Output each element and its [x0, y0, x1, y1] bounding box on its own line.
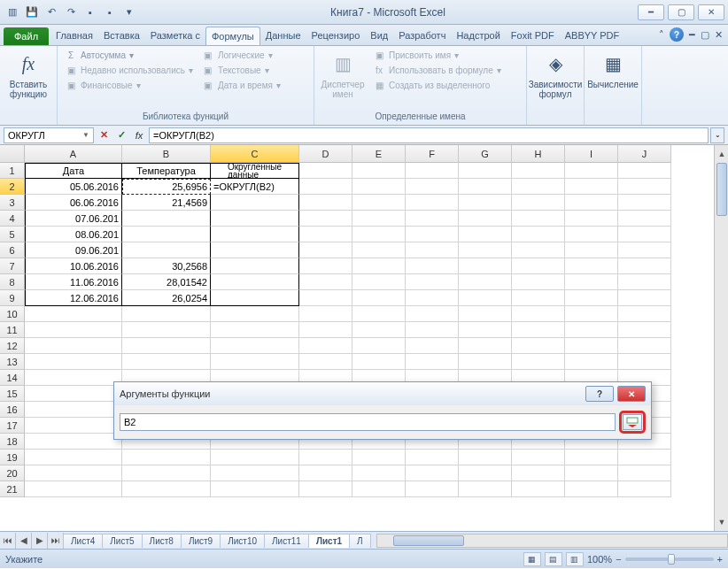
cell[interactable]: [618, 290, 671, 306]
logical-button[interactable]: ▣Логические ▾: [198, 48, 284, 62]
cell[interactable]: [211, 290, 299, 306]
sheet-tab-Лист10[interactable]: Лист10: [220, 534, 265, 548]
cell[interactable]: [122, 481, 211, 497]
cell[interactable]: [459, 163, 512, 179]
cell[interactable]: [299, 179, 352, 195]
cell[interactable]: [211, 322, 299, 338]
cell[interactable]: [352, 354, 406, 370]
ribbon-tab-3[interactable]: Формулы: [205, 27, 260, 45]
assign-name-button[interactable]: ▣Присвоить имя ▾: [369, 48, 505, 62]
cell[interactable]: [565, 338, 618, 354]
cell[interactable]: [122, 354, 211, 370]
cell[interactable]: [512, 163, 565, 179]
cell[interactable]: [565, 290, 618, 306]
cell[interactable]: 12.06.2016: [25, 290, 122, 306]
help-icon[interactable]: ?: [670, 27, 684, 42]
cell[interactable]: [618, 465, 671, 481]
cell[interactable]: [565, 450, 618, 465]
cell[interactable]: [459, 322, 512, 338]
cell[interactable]: [459, 258, 512, 274]
cell[interactable]: [211, 450, 299, 465]
cell[interactable]: [352, 290, 406, 306]
ribbon-tab-2[interactable]: Разметка с: [145, 27, 205, 45]
cell[interactable]: [406, 179, 459, 195]
vscroll-thumb[interactable]: [716, 163, 727, 216]
cell[interactable]: [299, 306, 352, 322]
cell[interactable]: [122, 306, 211, 322]
cell[interactable]: [618, 338, 671, 354]
ribbon-tab-6[interactable]: Вид: [365, 27, 393, 45]
cell[interactable]: [512, 306, 565, 322]
cell[interactable]: [406, 163, 459, 179]
cell[interactable]: [618, 481, 671, 497]
view-normal-icon[interactable]: ▦: [523, 552, 541, 566]
cell[interactable]: [565, 306, 618, 322]
horizontal-scrollbar[interactable]: [376, 534, 728, 548]
cell[interactable]: [459, 306, 512, 322]
zoom-slider[interactable]: [625, 557, 714, 561]
cell[interactable]: [299, 274, 352, 290]
autosum-button[interactable]: ΣАвтосумма ▾: [61, 48, 197, 62]
row-header-9[interactable]: 9: [0, 290, 25, 306]
cell[interactable]: [406, 195, 459, 211]
cell[interactable]: [459, 481, 512, 497]
cell[interactable]: [299, 354, 352, 370]
row-header-7[interactable]: 7: [0, 258, 25, 274]
cancel-icon[interactable]: ✕: [96, 127, 112, 143]
cell[interactable]: [565, 163, 618, 179]
ribbon-tab-4[interactable]: Данные: [260, 27, 306, 45]
cell[interactable]: [299, 242, 352, 258]
cell[interactable]: [459, 338, 512, 354]
cell[interactable]: [618, 195, 671, 211]
cell[interactable]: [122, 211, 211, 227]
view-page-layout-icon[interactable]: ▤: [545, 552, 562, 566]
cell[interactable]: [406, 338, 459, 354]
row-header-12[interactable]: 12: [0, 338, 25, 354]
datetime-button[interactable]: ▣Дата и время ▾: [198, 78, 284, 92]
sheet-tab-Лист8[interactable]: Лист8: [142, 534, 182, 548]
cell[interactable]: [512, 179, 565, 195]
col-header-J[interactable]: J: [618, 145, 671, 163]
qat-btn-1[interactable]: ▪: [81, 4, 99, 21]
cell[interactable]: [459, 290, 512, 306]
cell[interactable]: [25, 450, 122, 465]
insert-function-icon[interactable]: fx: [131, 127, 147, 143]
col-header-A[interactable]: A: [25, 145, 122, 163]
excel-icon[interactable]: ▥: [4, 4, 21, 21]
cell[interactable]: [618, 163, 671, 179]
cell[interactable]: [618, 227, 671, 242]
cell[interactable]: [406, 322, 459, 338]
cell[interactable]: 28,01542: [122, 274, 211, 290]
formula-dependencies-button[interactable]: ◈ Зависимости формул: [531, 48, 580, 101]
dialog-titlebar[interactable]: Аргументы функции ? ✕: [114, 382, 651, 405]
cell[interactable]: [299, 258, 352, 274]
ribbon-tab-7[interactable]: Разработч: [393, 27, 451, 45]
cell[interactable]: [211, 211, 299, 227]
col-header-D[interactable]: D: [299, 145, 352, 163]
ribbon-tab-9[interactable]: Foxit PDF: [506, 27, 560, 45]
col-header-C[interactable]: C: [211, 145, 299, 163]
cell[interactable]: [25, 434, 122, 450]
cell[interactable]: [406, 242, 459, 258]
insert-function-button[interactable]: fx Вставить функцию: [4, 48, 53, 101]
dialog-expand-button[interactable]: [623, 414, 642, 430]
row-header-5[interactable]: 5: [0, 227, 25, 242]
redo-icon[interactable]: ↷: [62, 4, 80, 21]
cell[interactable]: [211, 338, 299, 354]
accept-icon[interactable]: ✓: [113, 127, 129, 143]
undo-icon[interactable]: ↶: [43, 4, 60, 21]
col-header-F[interactable]: F: [406, 145, 459, 163]
cell[interactable]: [25, 465, 122, 481]
cell[interactable]: [299, 465, 352, 481]
cell[interactable]: [299, 338, 352, 354]
cell[interactable]: [122, 338, 211, 354]
cell[interactable]: [211, 258, 299, 274]
select-all-corner[interactable]: [0, 145, 25, 163]
cell[interactable]: [565, 258, 618, 274]
cell[interactable]: [352, 338, 406, 354]
use-in-formula-button[interactable]: fxИспользовать в формуле ▾: [369, 63, 505, 77]
cell[interactable]: [565, 465, 618, 481]
zoom-in-button[interactable]: +: [717, 554, 723, 565]
cell[interactable]: [618, 211, 671, 227]
cell[interactable]: [459, 211, 512, 227]
